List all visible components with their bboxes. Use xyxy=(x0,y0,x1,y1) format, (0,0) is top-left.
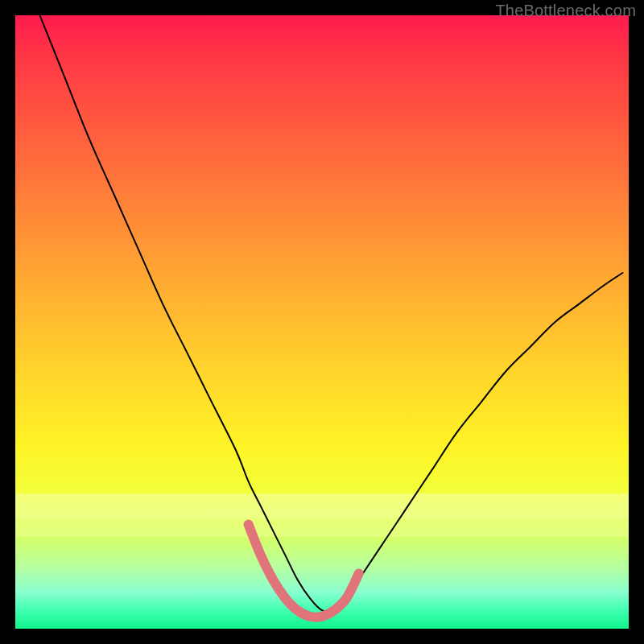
watermark-text: TheBottleneck.com xyxy=(495,2,636,20)
chart-curves xyxy=(15,15,629,629)
curve-main xyxy=(40,15,623,612)
curve-pink xyxy=(249,525,359,617)
chart-frame: TheBottleneck.com xyxy=(0,0,644,644)
chart-plot-area xyxy=(15,15,629,629)
